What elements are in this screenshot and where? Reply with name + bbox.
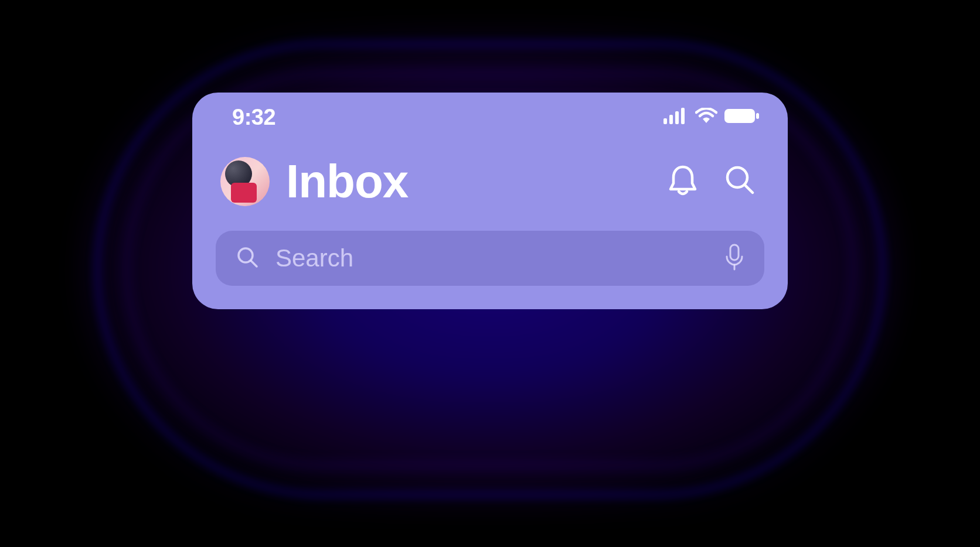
- search-icon: [236, 245, 259, 271]
- svg-rect-2: [675, 111, 679, 124]
- search-bar[interactable]: [216, 231, 764, 286]
- svg-rect-3: [681, 108, 685, 124]
- inbox-header-card: 9:32: [192, 93, 788, 309]
- notifications-button[interactable]: [667, 163, 699, 200]
- svg-rect-1: [669, 115, 673, 124]
- bell-icon: [667, 163, 699, 200]
- wifi-icon: [695, 108, 717, 127]
- search-input[interactable]: [275, 244, 708, 272]
- svg-rect-10: [730, 245, 739, 260]
- search-button[interactable]: [724, 165, 756, 199]
- svg-rect-4: [724, 109, 755, 123]
- battery-icon: [724, 108, 760, 127]
- status-time: 9:32: [232, 105, 275, 130]
- svg-line-7: [745, 185, 753, 193]
- cellular-signal-icon: [663, 108, 688, 127]
- status-indicators: [663, 108, 760, 127]
- search-icon: [724, 165, 756, 199]
- svg-rect-0: [663, 118, 667, 124]
- microphone-icon[interactable]: [724, 244, 744, 273]
- svg-line-9: [251, 261, 257, 266]
- avatar[interactable]: [220, 157, 270, 206]
- svg-rect-5: [756, 113, 759, 119]
- page-title: Inbox: [286, 155, 651, 208]
- header-row: Inbox: [192, 128, 788, 208]
- status-bar: 9:32: [192, 93, 788, 128]
